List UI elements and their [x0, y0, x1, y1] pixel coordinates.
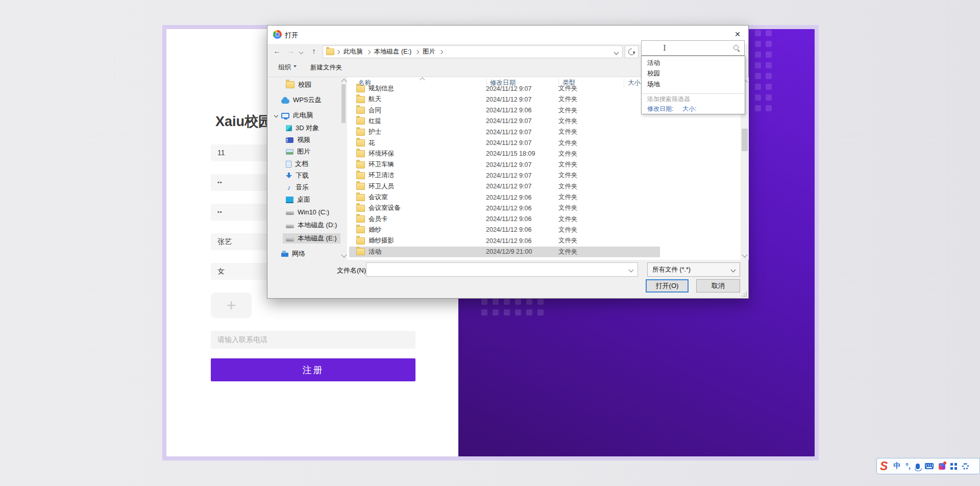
image-icon [286, 149, 293, 155]
sidebar-item-校园[interactable]: 校园 [286, 80, 311, 90]
resize-grip[interactable] [742, 291, 747, 297]
file-row-环境环保[interactable]: 环境环保2024/11/15 18:09文件夹 [349, 149, 660, 159]
sidebar-scrollbar[interactable] [340, 77, 347, 260]
chevron-down-icon[interactable] [629, 268, 634, 273]
sogou-logo[interactable]: S [880, 460, 888, 472]
skin-icon[interactable] [939, 463, 945, 470]
file-row-航天[interactable]: 航天2024/11/12 9:07文件夹 [349, 94, 660, 105]
decorative-dot [755, 30, 761, 36]
file-date: 2024/11/12 9:06 [486, 215, 558, 223]
file-row-护士[interactable]: 护士2024/11/12 9:07文件夹 [349, 127, 660, 137]
search-filter-link[interactable]: 修改日期: [647, 105, 673, 112]
sidebar-item-WPS云盘[interactable]: WPS云盘 [281, 95, 322, 105]
file-row-活动[interactable]: 活动2024/12/9 21:00文件夹 [349, 247, 660, 257]
file-row-会议室[interactable]: 会议室2024/11/12 9:06文件夹 [349, 192, 660, 203]
register-button[interactable]: 注册 [211, 358, 415, 381]
upload-photo-button[interactable]: + [211, 293, 252, 318]
sidebar-item-图片[interactable]: 图片 [286, 147, 310, 157]
folder-icon [326, 48, 334, 55]
sidebar-item-网络[interactable]: 网络 [281, 249, 305, 259]
organize-menu[interactable]: 组织 [278, 63, 297, 72]
search-suggestion[interactable]: 校园 [642, 68, 745, 79]
search-suggestion[interactable]: 活动 [642, 58, 745, 68]
phone-input[interactable]: 请输入联系电话 [211, 331, 415, 349]
toolbox-icon[interactable] [950, 463, 953, 466]
breadcrumb-item[interactable]: 本地磁盘 (E:) [372, 47, 414, 56]
settings-icon[interactable] [962, 463, 969, 470]
sidebar-item-下载[interactable]: 下载 [286, 171, 309, 181]
file-name: 合同 [369, 106, 486, 115]
file-row-环卫车辆[interactable]: 环卫车辆2024/11/12 9:07文件夹 [349, 159, 660, 170]
decorative-dot [755, 52, 761, 58]
scroll-down-icon[interactable] [742, 252, 747, 257]
decorative-dot [481, 309, 487, 315]
folder-icon [356, 183, 365, 190]
scrollbar-thumb[interactable] [742, 129, 748, 151]
file-row-规划信息[interactable]: 规划信息2024/11/12 9:07文件夹 [349, 83, 660, 94]
sidebar-item-本地磁盘 (D:)[interactable]: 本地磁盘 (D:) [286, 220, 337, 230]
voice-input-icon[interactable] [916, 464, 920, 469]
decorative-dot [537, 309, 544, 315]
refresh-icon [627, 47, 636, 56]
sidebar-item-桌面[interactable]: 桌面 [286, 195, 310, 205]
file-name: 婚纱 [369, 226, 486, 234]
sidebar-item-3D 对象[interactable]: 3D 对象 [286, 123, 319, 133]
file-row-红提[interactable]: 红提2024/11/12 9:07文件夹 [349, 116, 660, 127]
sidebar-item-文档[interactable]: 文档 [286, 159, 308, 169]
file-name: 花 [369, 139, 486, 148]
open-button[interactable]: 打开(O) [646, 279, 689, 293]
caret-down-icon [293, 65, 297, 69]
chinese-mode[interactable]: 中 [893, 461, 900, 471]
scrollbar-thumb[interactable] [341, 84, 346, 123]
file-type: 文件夹 [558, 226, 619, 234]
breadcrumb-item[interactable]: 此电脑 [341, 47, 365, 56]
scroll-up-icon[interactable] [341, 79, 347, 84]
back-icon[interactable]: ← [272, 44, 283, 58]
close-icon[interactable]: × [730, 28, 745, 41]
sidebar-item-Win10 (C:)[interactable]: Win10 (C:) [286, 207, 329, 217]
file-row-婚纱[interactable]: 婚纱2024/11/12 9:06文件夹 [349, 225, 660, 235]
breadcrumb-item[interactable]: 图片 [421, 47, 437, 56]
file-name: 护士 [369, 128, 486, 136]
soft-keyboard-icon[interactable] [925, 463, 934, 469]
sidebar-item-此电脑[interactable]: 此电脑 [281, 110, 313, 120]
up-icon[interactable]: ↑ [308, 44, 320, 58]
search-suggestion[interactable]: 场地 [642, 79, 745, 90]
sidebar-item-label: 本地磁盘 (E:) [298, 234, 337, 243]
decorative-dot [493, 299, 499, 305]
breadcrumb-separator-icon [336, 50, 340, 54]
history-chevron-icon[interactable] [297, 44, 305, 58]
divider [642, 93, 745, 94]
file-row-婚纱摄影[interactable]: 婚纱摄影2024/11/12 9:06文件夹 [349, 235, 660, 246]
refresh-button[interactable] [625, 45, 639, 58]
sidebar-item-视频[interactable]: 视频 [286, 135, 310, 145]
filename-input[interactable] [366, 262, 638, 277]
file-row-会议室设备[interactable]: 会议室设备2024/11/12 9:06文件夹 [349, 203, 660, 213]
decorative-dot [755, 94, 761, 101]
decorative-dot [504, 309, 510, 315]
file-name: 环境环保 [369, 150, 486, 158]
decorative-dot [766, 41, 772, 47]
file-type: 文件夹 [558, 160, 619, 169]
address-bar[interactable]: 此电脑本地磁盘 (E:)图片 [323, 45, 623, 58]
new-folder-button[interactable]: 新建文件夹 [310, 63, 342, 72]
file-row-环卫人员[interactable]: 环卫人员2024/11/12 9:07文件夹 [349, 181, 660, 192]
filetype-select[interactable]: 所有文件 (*.*) [647, 262, 740, 277]
address-chevron-icon[interactable] [615, 48, 618, 56]
file-row-会员卡[interactable]: 会员卡2024/11/12 9:06文件夹 [349, 214, 660, 225]
sidebar-item-音乐[interactable]: ♪音乐 [286, 182, 309, 192]
cancel-button[interactable]: 取消 [696, 279, 740, 293]
scroll-down-icon[interactable] [341, 252, 347, 257]
file-row-合同[interactable]: 合同2024/11/12 9:06文件夹 [349, 105, 660, 116]
file-row-花[interactable]: 花2024/11/12 9:07文件夹 [349, 138, 660, 149]
screen: Xaiu校园 11••••张艺女 + 请输入联系电话 注册 打开 × ← → ↑… [0, 0, 980, 486]
expand-chevron-icon[interactable] [274, 113, 278, 117]
punctuation-mode[interactable]: °, [905, 462, 911, 470]
search-filter-link[interactable]: 大小: [682, 105, 696, 112]
search-input[interactable]: I [641, 40, 745, 56]
decorative-dot [755, 73, 761, 79]
music-icon: ♪ [286, 184, 292, 191]
file-row-环卫清洁[interactable]: 环卫清洁2024/11/12 9:07文件夹 [349, 170, 660, 181]
sidebar-item-本地磁盘 (E:)[interactable]: 本地磁盘 (E:) [283, 233, 345, 244]
forward-icon[interactable]: → [285, 44, 296, 58]
